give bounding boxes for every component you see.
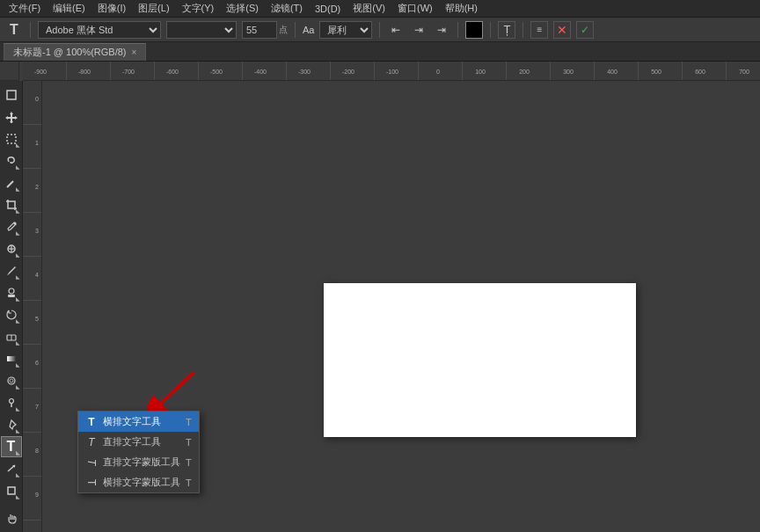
menu-layer[interactable]: 图层(L) — [133, 0, 174, 17]
context-menu-label-2: 直排文字蒙版工具 — [103, 455, 180, 469]
text-color-swatch[interactable] — [465, 21, 483, 39]
menu-image[interactable]: 图像(I) — [92, 0, 131, 17]
tool-brush[interactable]: ◣ — [1, 260, 22, 281]
main-layout: ◣ ◣ ◣ ◣ ◣ ◣ ◣ — [0, 62, 760, 532]
svg-point-12 — [8, 377, 15, 384]
tool-move[interactable] — [1, 106, 22, 128]
cancel-button[interactable]: ✕ — [553, 21, 571, 39]
ruler-label-h5: -500 — [210, 69, 223, 75]
divider-5 — [490, 22, 491, 38]
context-menu-label-1: 直排文字工具 — [103, 435, 161, 448]
context-menu-label-0: 横排文字工具 — [103, 415, 161, 428]
menu-view[interactable]: 视图(V) — [347, 0, 391, 17]
align-left-button[interactable]: ⇤ — [387, 21, 405, 39]
font-size-unit: 点 — [279, 24, 288, 36]
tool-stamp[interactable]: ◣ — [1, 282, 22, 303]
ruler-label-h7: -300 — [298, 69, 311, 75]
context-menu-item-2[interactable]: T 直排文字蒙版工具 T — [78, 452, 199, 472]
svg-line-2 — [7, 181, 13, 187]
tool-lasso[interactable]: ◣ — [1, 150, 22, 171]
ruler-label-h2: -800 — [78, 69, 91, 75]
vruler-5: 5 — [23, 316, 39, 322]
tool-history[interactable]: ◣ — [1, 304, 22, 325]
align-center-button[interactable]: ⇥ — [410, 21, 428, 39]
vruler-3: 3 — [23, 228, 39, 234]
tool-type[interactable]: T ◣ — [1, 436, 22, 457]
svg-rect-1 — [7, 135, 16, 143]
tool-home[interactable] — [1, 84, 22, 106]
svg-point-7 — [9, 288, 14, 294]
panels-button[interactable]: ≡ — [530, 21, 548, 39]
font-style-select[interactable] — [166, 21, 237, 39]
svg-rect-0 — [7, 91, 16, 99]
ruler-label-h15: 500 — [651, 69, 661, 75]
divider-3 — [379, 22, 380, 38]
tool-hand[interactable] — [1, 508, 22, 529]
font-name-select[interactable]: Adobe 黑体 Std — [38, 21, 161, 39]
context-menu: T 横排文字工具 T T 直排文字工具 T T 直排文字蒙版工具 T — [77, 411, 200, 493]
svg-rect-17 — [8, 487, 15, 494]
menu-file[interactable]: 文件(F) — [4, 0, 46, 17]
commit-button[interactable]: ✓ — [576, 21, 594, 39]
ruler-left: 0 1 2 3 4 5 6 7 8 9 — [23, 81, 42, 532]
menu-window[interactable]: 窗口(W) — [392, 0, 438, 17]
context-menu-item-0[interactable]: T 横排文字工具 T — [78, 412, 199, 432]
divider-4 — [457, 22, 458, 38]
divider-1 — [30, 22, 31, 38]
tool-eyedropper[interactable]: ◣ — [1, 216, 22, 237]
context-menu-item-1[interactable]: T 直排文字工具 T — [78, 432, 199, 452]
tool-eraser[interactable]: ◣ — [1, 326, 22, 347]
menu-bar: 文件(F) 编辑(E) 图像(I) 图层(L) 文字(Y) 选择(S) 滤镜(T… — [0, 0, 760, 18]
tool-dodge[interactable]: ◣ — [1, 392, 22, 413]
context-menu-shortcut-3: T — [186, 477, 192, 488]
ruler-label-h12: 200 — [519, 69, 530, 75]
antialiasing-select[interactable]: 无锐利犀利浑厚平滑 — [319, 21, 372, 39]
svg-rect-8 — [8, 295, 15, 297]
tool-pen[interactable]: ◣ — [1, 414, 22, 435]
tool-path-selection[interactable]: ◣ — [1, 458, 22, 479]
svg-line-23 — [161, 372, 194, 403]
ruler-label-h9: -100 — [386, 69, 398, 75]
tool-crop[interactable]: ◣ — [1, 194, 22, 215]
vruler-6: 6 — [23, 360, 39, 366]
tool-marquee[interactable]: ◣ — [1, 128, 22, 149]
tab-close-button[interactable]: × — [132, 47, 137, 57]
menu-help[interactable]: 帮助(H) — [440, 0, 483, 17]
ruler-label-h1: -900 — [34, 69, 47, 75]
svg-point-13 — [10, 379, 13, 383]
menu-select[interactable]: 选择(S) — [221, 0, 264, 17]
menu-type[interactable]: 文字(Y) — [177, 0, 220, 17]
tool-magic-wand[interactable]: ◣ — [1, 172, 22, 193]
warp-text-button[interactable]: Ț — [498, 21, 515, 39]
ruler-label-h4: -600 — [166, 69, 179, 75]
tool-blur[interactable]: ◣ — [1, 370, 22, 391]
vruler-9: 9 — [23, 492, 39, 498]
vruler-0: 0 — [23, 96, 39, 102]
tool-healing[interactable]: ◣ — [1, 238, 22, 259]
context-menu-icon-1: T — [85, 436, 98, 448]
options-bar: T Adobe 黑体 Std 点 Aa 无锐利犀利浑厚平滑 ⇤ ⇥ ⇥ Ț ≡… — [0, 18, 760, 42]
font-size-input[interactable] — [242, 21, 277, 39]
menu-edit[interactable]: 编辑(E) — [48, 0, 91, 17]
canvas-document[interactable] — [324, 283, 636, 437]
document-tab[interactable]: 未标题-1 @ 100%(RGB/8) × — [4, 43, 146, 61]
ruler-label-h13: 300 — [563, 69, 574, 75]
ruler-label-h11: 100 — [475, 69, 486, 75]
ruler-label-h14: 400 — [607, 69, 618, 75]
ruler-corner — [0, 62, 19, 81]
ruler-top: -900 -800 -700 -600 -500 -400 -300 -200 … — [23, 62, 760, 81]
tool-shape[interactable]: ◣ — [1, 480, 22, 501]
context-menu-shortcut-1: T — [186, 437, 192, 448]
align-right-button[interactable]: ⇥ — [433, 21, 450, 39]
tool-gradient[interactable]: ◣ — [1, 348, 22, 369]
menu-3d[interactable]: 3D(D) — [310, 2, 346, 16]
canvas-area[interactable]: T 横排文字工具 T T 直排文字工具 T T 直排文字蒙版工具 T — [42, 81, 760, 532]
context-menu-item-3[interactable]: T 横排文字蒙版工具 T — [78, 472, 199, 492]
context-menu-icon-2: T — [85, 459, 98, 465]
divider-6 — [522, 22, 523, 38]
ruler-label-h16: 600 — [695, 69, 705, 75]
vruler-1: 1 — [23, 140, 39, 146]
vruler-7: 7 — [23, 404, 39, 410]
svg-point-3 — [13, 222, 16, 225]
menu-filter[interactable]: 滤镜(T) — [266, 0, 308, 17]
